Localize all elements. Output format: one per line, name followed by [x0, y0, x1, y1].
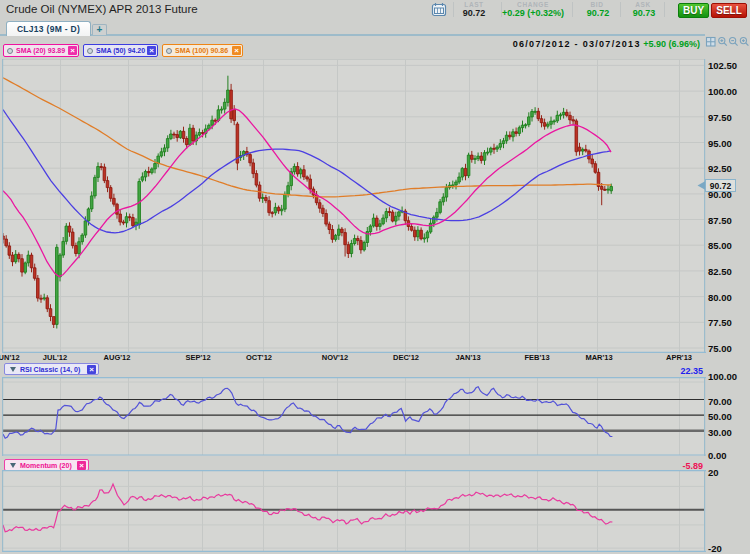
svg-text:90.72: 90.72	[710, 181, 732, 191]
